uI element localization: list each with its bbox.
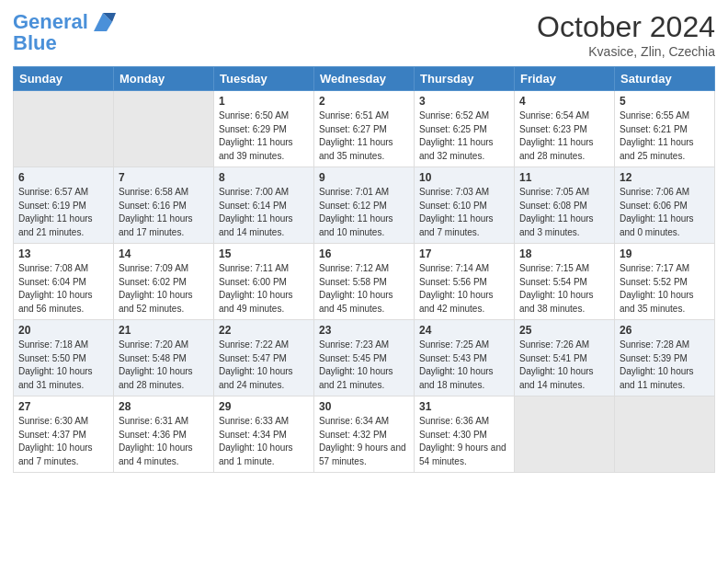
day-number: 20: [18, 324, 108, 337]
calendar-cell: 24Sunrise: 7:25 AMSunset: 5:43 PMDayligh…: [415, 320, 515, 396]
calendar-cell: 7Sunrise: 6:58 AMSunset: 6:16 PMDaylight…: [114, 167, 214, 244]
calendar-cell: 8Sunrise: 7:00 AMSunset: 6:14 PMDaylight…: [214, 167, 314, 244]
day-info: Sunrise: 7:01 AMSunset: 6:12 PMDaylight:…: [319, 186, 409, 239]
logo-text: General: [13, 11, 88, 33]
day-info: Sunrise: 7:12 AMSunset: 5:58 PMDaylight:…: [319, 262, 409, 316]
header: General Blue October 2024 Kvasice, Zlin,…: [13, 9, 715, 59]
calendar-header-row: SundayMondayTuesdayWednesdayThursdayFrid…: [14, 67, 715, 91]
calendar-cell: 4Sunrise: 6:54 AMSunset: 6:23 PMDaylight…: [515, 91, 615, 167]
calendar-header-thursday: Thursday: [415, 67, 515, 91]
day-info: Sunrise: 7:28 AMSunset: 5:39 PMDaylight:…: [620, 339, 710, 392]
day-info: Sunrise: 6:33 AMSunset: 4:34 PMDaylight:…: [219, 415, 309, 468]
day-info: Sunrise: 7:18 AMSunset: 5:50 PMDaylight:…: [18, 339, 108, 392]
day-number: 13: [18, 247, 108, 260]
day-info: Sunrise: 6:55 AMSunset: 6:21 PMDaylight:…: [620, 109, 710, 163]
day-number: 6: [18, 171, 108, 184]
calendar-cell: 16Sunrise: 7:12 AMSunset: 5:58 PMDayligh…: [314, 244, 415, 320]
day-info: Sunrise: 7:06 AMSunset: 6:06 PMDaylight:…: [620, 186, 710, 239]
calendar-cell: [515, 396, 615, 473]
day-number: 18: [519, 247, 609, 260]
calendar-week-4: 20Sunrise: 7:18 AMSunset: 5:50 PMDayligh…: [14, 320, 715, 396]
calendar-week-3: 13Sunrise: 7:08 AMSunset: 6:04 PMDayligh…: [14, 244, 715, 320]
calendar-header-sunday: Sunday: [14, 67, 114, 91]
logo: General Blue: [13, 9, 116, 55]
calendar-cell: 3Sunrise: 6:52 AMSunset: 6:25 PMDaylight…: [415, 91, 515, 167]
day-number: 26: [620, 324, 710, 337]
calendar-cell: 17Sunrise: 7:14 AMSunset: 5:56 PMDayligh…: [415, 244, 515, 320]
day-info: Sunrise: 6:51 AMSunset: 6:27 PMDaylight:…: [319, 109, 409, 163]
day-info: Sunrise: 7:15 AMSunset: 5:54 PMDaylight:…: [519, 262, 609, 316]
location: Kvasice, Zlin, Czechia: [537, 44, 715, 59]
day-number: 31: [419, 400, 509, 413]
calendar-cell: 13Sunrise: 7:08 AMSunset: 6:04 PMDayligh…: [14, 244, 114, 320]
title-block: October 2024 Kvasice, Zlin, Czechia: [537, 9, 715, 59]
calendar-cell: 30Sunrise: 6:34 AMSunset: 4:32 PMDayligh…: [314, 396, 415, 473]
page: General Blue October 2024 Kvasice, Zlin,…: [0, 0, 728, 563]
day-number: 16: [319, 247, 409, 260]
calendar-week-2: 6Sunrise: 6:57 AMSunset: 6:19 PMDaylight…: [14, 167, 715, 244]
day-info: Sunrise: 6:36 AMSunset: 4:30 PMDaylight:…: [419, 415, 509, 468]
calendar-header-saturday: Saturday: [615, 67, 715, 91]
day-info: Sunrise: 6:57 AMSunset: 6:19 PMDaylight:…: [18, 186, 108, 239]
day-number: 24: [419, 324, 509, 337]
calendar-cell: 29Sunrise: 6:33 AMSunset: 4:34 PMDayligh…: [214, 396, 314, 473]
calendar-cell: 2Sunrise: 6:51 AMSunset: 6:27 PMDaylight…: [314, 91, 415, 167]
day-info: Sunrise: 6:30 AMSunset: 4:37 PMDaylight:…: [18, 415, 108, 468]
calendar-header-wednesday: Wednesday: [314, 67, 415, 91]
day-info: Sunrise: 7:22 AMSunset: 5:47 PMDaylight:…: [219, 339, 309, 392]
day-number: 19: [620, 247, 710, 260]
day-info: Sunrise: 7:23 AMSunset: 5:45 PMDaylight:…: [319, 339, 409, 392]
day-info: Sunrise: 6:34 AMSunset: 4:32 PMDaylight:…: [319, 415, 409, 468]
day-info: Sunrise: 6:52 AMSunset: 6:25 PMDaylight:…: [419, 109, 509, 163]
day-info: Sunrise: 6:50 AMSunset: 6:29 PMDaylight:…: [219, 109, 309, 163]
day-info: Sunrise: 7:09 AMSunset: 6:02 PMDaylight:…: [119, 262, 209, 316]
day-info: Sunrise: 7:11 AMSunset: 6:00 PMDaylight:…: [219, 262, 309, 316]
day-number: 10: [419, 171, 509, 184]
calendar-header-monday: Monday: [114, 67, 214, 91]
day-info: Sunrise: 7:08 AMSunset: 6:04 PMDaylight:…: [18, 262, 108, 316]
day-number: 29: [219, 400, 309, 413]
day-number: 3: [419, 95, 509, 108]
calendar-cell: 15Sunrise: 7:11 AMSunset: 6:00 PMDayligh…: [214, 244, 314, 320]
day-info: Sunrise: 6:31 AMSunset: 4:36 PMDaylight:…: [119, 415, 209, 468]
day-number: 2: [319, 95, 409, 108]
calendar-cell: 11Sunrise: 7:05 AMSunset: 6:08 PMDayligh…: [515, 167, 615, 244]
calendar-cell: [14, 91, 114, 167]
calendar-cell: 19Sunrise: 7:17 AMSunset: 5:52 PMDayligh…: [615, 244, 715, 320]
calendar-cell: [114, 91, 214, 167]
day-info: Sunrise: 7:25 AMSunset: 5:43 PMDaylight:…: [419, 339, 509, 392]
day-number: 17: [419, 247, 509, 260]
calendar-cell: 12Sunrise: 7:06 AMSunset: 6:06 PMDayligh…: [615, 167, 715, 244]
calendar-cell: 28Sunrise: 6:31 AMSunset: 4:36 PMDayligh…: [114, 396, 214, 473]
day-number: 4: [519, 95, 609, 108]
day-number: 30: [319, 400, 409, 413]
calendar-cell: [615, 396, 715, 473]
day-number: 21: [119, 324, 209, 337]
day-info: Sunrise: 7:05 AMSunset: 6:08 PMDaylight:…: [519, 186, 609, 239]
calendar-cell: 26Sunrise: 7:28 AMSunset: 5:39 PMDayligh…: [615, 320, 715, 396]
calendar-cell: 20Sunrise: 7:18 AMSunset: 5:50 PMDayligh…: [14, 320, 114, 396]
calendar-header-friday: Friday: [515, 67, 615, 91]
calendar-header-tuesday: Tuesday: [214, 67, 314, 91]
day-number: 25: [519, 324, 609, 337]
day-number: 23: [319, 324, 409, 337]
calendar-cell: 10Sunrise: 7:03 AMSunset: 6:10 PMDayligh…: [415, 167, 515, 244]
calendar-cell: 9Sunrise: 7:01 AMSunset: 6:12 PMDaylight…: [314, 167, 415, 244]
calendar-week-5: 27Sunrise: 6:30 AMSunset: 4:37 PMDayligh…: [14, 396, 715, 473]
logo-icon: [90, 9, 116, 35]
day-number: 22: [219, 324, 309, 337]
calendar-cell: 5Sunrise: 6:55 AMSunset: 6:21 PMDaylight…: [615, 91, 715, 167]
day-number: 14: [119, 247, 209, 260]
day-info: Sunrise: 7:14 AMSunset: 5:56 PMDaylight:…: [419, 262, 509, 316]
logo-general: General: [13, 10, 88, 33]
calendar-week-1: 1Sunrise: 6:50 AMSunset: 6:29 PMDaylight…: [14, 91, 715, 167]
month-title: October 2024: [537, 9, 715, 44]
calendar-cell: 22Sunrise: 7:22 AMSunset: 5:47 PMDayligh…: [214, 320, 314, 396]
calendar-cell: 21Sunrise: 7:20 AMSunset: 5:48 PMDayligh…: [114, 320, 214, 396]
day-number: 9: [319, 171, 409, 184]
day-number: 12: [620, 171, 710, 184]
day-number: 27: [18, 400, 108, 413]
day-number: 15: [219, 247, 309, 260]
day-number: 11: [519, 171, 609, 184]
day-info: Sunrise: 7:03 AMSunset: 6:10 PMDaylight:…: [419, 186, 509, 239]
